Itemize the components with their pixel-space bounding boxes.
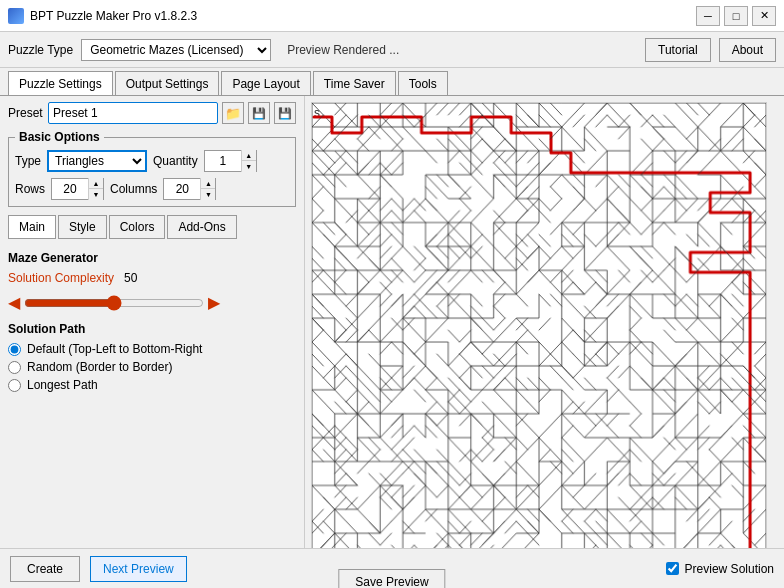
- save-preview-button[interactable]: Save Preview: [338, 569, 445, 589]
- radio-row-longest: Longest Path: [8, 378, 296, 392]
- minimize-button[interactable]: ─: [696, 6, 720, 26]
- rows-up[interactable]: ▲: [89, 178, 103, 189]
- solution-longest-radio[interactable]: [8, 379, 21, 392]
- solution-random-radio[interactable]: [8, 361, 21, 374]
- columns-arrows: ▲ ▼: [200, 178, 215, 200]
- main-tab-bar: Puzzle SettingsOutput SettingsPage Layou…: [0, 68, 784, 96]
- rows-columns-row: Rows ▲ ▼ Columns ▲ ▼: [15, 178, 289, 200]
- type-select[interactable]: Triangles Squares Hexagons: [47, 150, 147, 172]
- maze-preview-canvas: [311, 102, 767, 548]
- puzzle-type-select[interactable]: Geometric Mazes (Licensed): [81, 39, 271, 61]
- quantity-input[interactable]: [205, 154, 241, 168]
- maze-generator-title: Maze Generator: [8, 251, 296, 265]
- preset-label: Preset: [8, 106, 44, 120]
- about-button[interactable]: About: [719, 38, 776, 62]
- quantity-label: Quantity: [153, 154, 198, 168]
- bottom-bar: Create Next Preview Save Preview Preview…: [0, 548, 784, 588]
- quantity-down[interactable]: ▼: [242, 161, 256, 172]
- columns-spinner[interactable]: ▲ ▼: [163, 178, 216, 200]
- radio-row-default: Default (Top-Left to Bottom-Right: [8, 342, 296, 356]
- title-bar: BPT Puzzle Maker Pro v1.8.2.3 ─ □ ✕: [0, 0, 784, 32]
- folder-icon: 📁: [225, 106, 241, 121]
- rows-input[interactable]: [52, 182, 88, 196]
- app-title: BPT Puzzle Maker Pro v1.8.2.3: [30, 9, 696, 23]
- solution-default-radio[interactable]: [8, 343, 21, 356]
- close-button[interactable]: ✕: [752, 6, 776, 26]
- solution-path-section: Solution Path Default (Top-Left to Botto…: [8, 322, 296, 392]
- basic-options-legend: Basic Options: [15, 130, 104, 144]
- bottom-right: Preview Solution: [666, 562, 774, 576]
- left-panel: Preset 📁 💾 💾 Basic Options Type Triangle…: [0, 96, 305, 548]
- radio-row-random: Random (Border to Border): [8, 360, 296, 374]
- main-content: Preset 📁 💾 💾 Basic Options Type Triangle…: [0, 96, 784, 548]
- app-icon: [8, 8, 24, 24]
- puzzle-type-label: Puzzle Type: [8, 43, 73, 57]
- type-quantity-row: Type Triangles Squares Hexagons Quantity…: [15, 150, 289, 172]
- columns-label: Columns: [110, 182, 157, 196]
- right-panel: [305, 96, 784, 548]
- solution-random-label: Random (Border to Border): [27, 360, 172, 374]
- window-controls: ─ □ ✕: [696, 6, 776, 26]
- quantity-arrows: ▲ ▼: [241, 150, 256, 172]
- slider-left-arrow[interactable]: ◀: [8, 293, 20, 312]
- columns-input[interactable]: [164, 182, 200, 196]
- toolbar: Puzzle Type Geometric Mazes (Licensed) P…: [0, 32, 784, 68]
- rows-label: Rows: [15, 182, 45, 196]
- create-button[interactable]: Create: [10, 556, 80, 582]
- maze-generator-section: Maze Generator Solution Complexity 50 ◀ …: [8, 251, 296, 396]
- rows-arrows: ▲ ▼: [88, 178, 103, 200]
- solution-path-title: Solution Path: [8, 322, 296, 336]
- preset-input[interactable]: [48, 102, 218, 124]
- type-label: Type: [15, 154, 41, 168]
- save-preset-as-button[interactable]: 💾: [274, 102, 296, 124]
- sub-tab-colors[interactable]: Colors: [109, 215, 166, 239]
- sub-tab-bar: MainStyleColorsAdd-Ons: [8, 215, 296, 239]
- complexity-value: 50: [124, 271, 137, 285]
- preview-solution-label: Preview Solution: [685, 562, 774, 576]
- solution-longest-label: Longest Path: [27, 378, 98, 392]
- save-as-icon: 💾: [278, 107, 292, 120]
- slider-container: ◀ ▶: [8, 293, 296, 312]
- columns-down[interactable]: ▼: [201, 189, 215, 200]
- preview-text: Preview Rendered ...: [287, 43, 637, 57]
- save-preset-button[interactable]: 💾: [248, 102, 270, 124]
- slider-right-arrow[interactable]: ▶: [208, 293, 220, 312]
- complexity-row: Solution Complexity 50: [8, 271, 296, 285]
- sub-tab-main[interactable]: Main: [8, 215, 56, 239]
- preset-row: Preset 📁 💾 💾: [8, 102, 296, 124]
- main-tab-output-settings[interactable]: Output Settings: [115, 71, 220, 95]
- sub-tab-style[interactable]: Style: [58, 215, 107, 239]
- preview-solution-checkbox[interactable]: [666, 562, 679, 575]
- quantity-up[interactable]: ▲: [242, 150, 256, 161]
- rows-spinner[interactable]: ▲ ▼: [51, 178, 104, 200]
- main-tab-puzzle-settings[interactable]: Puzzle Settings: [8, 71, 113, 95]
- sub-tab-add-ons[interactable]: Add-Ons: [167, 215, 236, 239]
- main-tab-time-saver[interactable]: Time Saver: [313, 71, 396, 95]
- tutorial-button[interactable]: Tutorial: [645, 38, 711, 62]
- save-icon: 💾: [252, 107, 266, 120]
- quantity-spinner[interactable]: ▲ ▼: [204, 150, 257, 172]
- complexity-label: Solution Complexity: [8, 271, 114, 285]
- basic-options-group: Basic Options Type Triangles Squares Hex…: [8, 130, 296, 207]
- maximize-button[interactable]: □: [724, 6, 748, 26]
- rows-down[interactable]: ▼: [89, 189, 103, 200]
- complexity-slider[interactable]: [24, 295, 204, 311]
- main-tab-page-layout[interactable]: Page Layout: [221, 71, 310, 95]
- columns-up[interactable]: ▲: [201, 178, 215, 189]
- solution-default-label: Default (Top-Left to Bottom-Right: [27, 342, 202, 356]
- next-preview-button[interactable]: Next Preview: [90, 556, 187, 582]
- open-preset-button[interactable]: 📁: [222, 102, 244, 124]
- main-tab-tools[interactable]: Tools: [398, 71, 448, 95]
